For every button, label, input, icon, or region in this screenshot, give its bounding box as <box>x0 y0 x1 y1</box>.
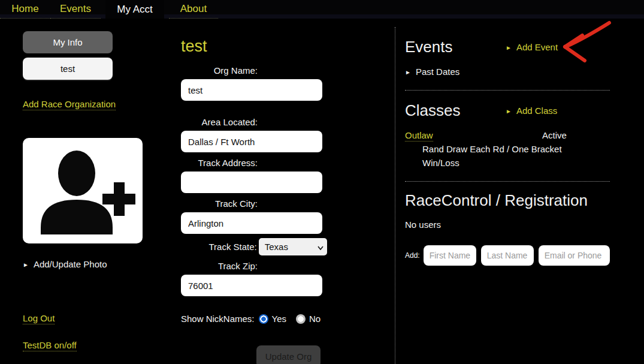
nav-item-my-acct[interactable]: My Acct <box>105 0 164 19</box>
nav-item-about[interactable]: About <box>169 0 218 19</box>
first-name-input[interactable] <box>424 245 476 266</box>
triangle-bullet-icon: ► <box>506 45 512 51</box>
add-user-row: Add: <box>405 245 610 266</box>
class-format: Rand Draw Each Rd / One Bracket <box>422 144 610 154</box>
person-plus-icon <box>30 145 135 237</box>
class-scoring: Win/Loss <box>422 158 610 168</box>
org-name-input[interactable] <box>181 79 322 101</box>
classes-title: Classes <box>405 101 460 120</box>
org-form-title: test <box>181 37 327 56</box>
class-row: Outlaw Active <box>405 130 610 140</box>
past-dates-label: Past Dates <box>416 67 459 77</box>
racecontrol-title: RaceControl / Registration <box>405 191 588 210</box>
track-city-group: Track City: <box>181 198 327 234</box>
nicknames-no-label: No <box>309 314 321 324</box>
add-user-label: Add: <box>405 251 420 260</box>
area-located-group: Area Located: <box>181 117 327 152</box>
vertical-divider <box>395 27 395 364</box>
last-name-input[interactable] <box>481 245 534 266</box>
section-divider <box>405 181 610 182</box>
org-name-label: Org Name: <box>181 65 258 76</box>
no-users-text: No users <box>405 219 610 230</box>
nicknames-yes-label: Yes <box>272 314 286 324</box>
update-org-button[interactable]: Update Org <box>256 345 321 364</box>
org-name-group: Org Name: <box>181 65 327 101</box>
show-nicknames-label: Show NickNames: <box>181 314 255 324</box>
top-nav: Home Events My Acct About <box>0 0 644 19</box>
add-event-label: Add Event <box>516 42 558 52</box>
log-out-link[interactable]: Log Out <box>23 313 55 324</box>
nicknames-no-radio[interactable] <box>296 314 306 324</box>
racecontrol-section-header: RaceControl / Registration <box>405 191 610 210</box>
section-divider <box>405 90 610 91</box>
area-located-label: Area Located: <box>181 117 258 127</box>
add-class-label: Add Class <box>516 106 557 116</box>
add-update-photo-label: Add/Update Photo <box>34 259 107 269</box>
triangle-bullet-icon: ► <box>506 109 512 115</box>
past-dates-link[interactable]: ► Past Dates <box>405 67 610 77</box>
add-class-link[interactable]: ► Add Class <box>506 106 557 116</box>
class-status: Active <box>542 130 567 140</box>
show-nicknames-group: Show NickNames: Yes No <box>181 314 327 324</box>
nav-item-events[interactable]: Events <box>50 0 101 19</box>
track-address-input[interactable] <box>181 172 322 193</box>
add-event-link[interactable]: ► Add Event <box>506 42 558 52</box>
testdb-toggle-link[interactable]: TestDB on/off <box>23 340 77 351</box>
track-state-group: Track State: Texas <box>181 238 327 255</box>
track-zip-label: Track Zip: <box>181 261 258 271</box>
track-zip-group: Track Zip: <box>181 261 327 296</box>
my-info-button[interactable]: My Info <box>23 31 113 53</box>
track-address-label: Track Address: <box>181 158 258 168</box>
events-title: Events <box>405 38 453 56</box>
org-form: test Org Name: Area Located: Track Addre… <box>181 37 327 364</box>
email-or-phone-input[interactable] <box>539 245 610 266</box>
nav-item-home[interactable]: Home <box>0 0 50 19</box>
track-state-label: Track State: <box>181 242 257 252</box>
triangle-bullet-icon: ► <box>405 70 411 76</box>
add-race-organization-link[interactable]: Add Race Organization <box>23 99 116 110</box>
track-zip-input[interactable] <box>181 275 322 296</box>
track-city-label: Track City: <box>181 198 258 209</box>
profile-photo-placeholder[interactable] <box>23 138 143 243</box>
classes-section-header: Classes ► Add Class <box>405 101 610 120</box>
org-name-button[interactable]: test <box>23 58 113 80</box>
right-panel: Events ► Add Event ► Past Dates Classes … <box>405 37 610 266</box>
class-name-link[interactable]: Outlaw <box>405 130 433 142</box>
nicknames-yes-radio[interactable] <box>259 314 268 324</box>
triangle-bullet-icon: ► <box>23 262 29 268</box>
track-city-input[interactable] <box>181 212 322 234</box>
area-located-input[interactable] <box>181 131 322 152</box>
track-address-group: Track Address: <box>181 158 327 193</box>
track-state-select[interactable]: Texas <box>259 238 327 255</box>
add-update-photo-link[interactable]: ► Add/Update Photo <box>23 259 107 269</box>
events-section-header: Events ► Add Event <box>405 37 610 56</box>
